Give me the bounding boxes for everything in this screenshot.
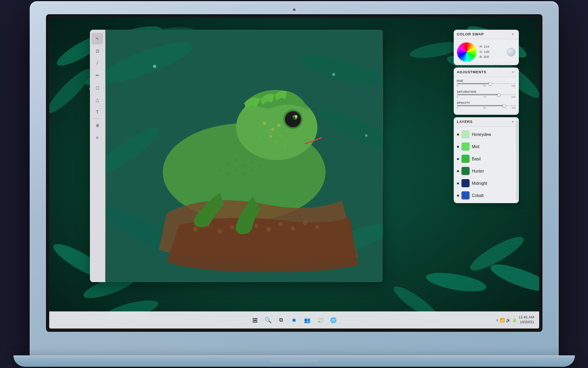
b-value: 200 — [483, 55, 489, 59]
svg-point-39 — [286, 129, 288, 132]
hue-max: 100 — [511, 85, 515, 87]
layers-header: LAYERS × — [454, 117, 519, 127]
layer-dot-midnight — [457, 182, 459, 184]
layers-scrollbar[interactable] — [516, 120, 518, 200]
adjustments-panel: ADJUSTMENTS × HUE — [454, 68, 519, 115]
svg-point-68 — [153, 65, 156, 68]
layer-dot-honeydew — [457, 134, 459, 136]
canvas-app-window[interactable]: ↖ ⊡ / ✏ ◻ △ T ⊕ ≡ — [90, 30, 383, 282]
layer-item-honeydew[interactable]: Honeydew — [454, 128, 519, 140]
svg-point-59 — [217, 229, 222, 234]
adjustments-close[interactable]: × — [511, 70, 516, 74]
layer-name-basil: Basil — [472, 157, 481, 161]
tool-eraser[interactable]: ◻ — [92, 82, 103, 93]
webcam-dot — [293, 9, 295, 11]
svg-point-51 — [218, 169, 221, 172]
opacity-max: 100 — [511, 107, 515, 109]
g-label: G: — [480, 50, 483, 54]
color-swap-title: COLOR SWAP — [457, 32, 484, 36]
layer-name-mint: Mint — [472, 145, 480, 149]
hue-slider[interactable] — [457, 83, 516, 84]
layer-name-midnight: Midnight — [472, 181, 487, 186]
layer-item-basil[interactable]: Basil — [454, 153, 519, 165]
start-button[interactable]: ⊞ — [249, 314, 261, 326]
chameleon-illustration — [105, 30, 383, 282]
tool-brush[interactable]: ✏ — [92, 70, 103, 81]
saturation-max: 100 — [511, 96, 515, 98]
systray-up-icon[interactable]: ∧ — [496, 318, 498, 322]
laptop-base — [13, 355, 575, 367]
saturation-label: SATURATION — [457, 90, 516, 93]
laptop-screen-shell: ↖ ⊡ / ✏ ◻ △ T ⊕ ≡ — [30, 1, 559, 355]
task-view-button[interactable]: ⧉ — [275, 314, 287, 326]
color-swap-close[interactable]: × — [511, 32, 516, 37]
svg-point-37 — [273, 126, 276, 129]
battery-icon: 🔋 — [512, 318, 517, 322]
tool-sidebar: ↖ ⊡ / ✏ ◻ △ T ⊕ ≡ — [90, 30, 105, 282]
canvas-image-area — [105, 30, 383, 282]
opacity-value: 81 — [483, 107, 486, 109]
opacity-thumb[interactable] — [503, 104, 506, 107]
layer-item-mint[interactable]: Mint — [454, 140, 519, 153]
teams-button[interactable]: 👥 — [302, 314, 313, 326]
tool-divider — [92, 118, 102, 119]
svg-point-69 — [332, 73, 335, 76]
g-value: 199 — [484, 50, 489, 54]
saturation-values: 0 72 100 — [457, 96, 516, 98]
r-label: R: — [480, 45, 483, 48]
layer-item-midnight[interactable]: Midnight — [454, 177, 519, 189]
taskbar: ⊞ 🔍 ⧉ ■ 👥 📰 🌐 ∧ 📶 🔊 🔋 — [49, 311, 539, 329]
color-preview-sphere — [507, 48, 516, 57]
saturation-slider[interactable] — [457, 94, 516, 95]
svg-point-56 — [259, 164, 262, 168]
layer-name-hunter: Hunter — [472, 169, 484, 173]
saturation-value: 72 — [483, 96, 486, 98]
hue-min: 0 — [457, 85, 458, 87]
color-swap-panel: COLOR SWAP × R: 124 G: — [454, 30, 519, 65]
systray-clock[interactable]: 11:41 AM 10/20/21 — [518, 315, 534, 324]
svg-point-55 — [250, 169, 254, 172]
tool-crop[interactable]: ⊡ — [92, 45, 103, 57]
hue-track — [457, 83, 490, 84]
edge-button[interactable]: 🌐 — [328, 314, 339, 326]
layers-title: LAYERS — [457, 120, 473, 124]
opacity-track — [457, 105, 505, 106]
search-button[interactable]: 🔍 — [262, 314, 274, 326]
tool-shape[interactable]: △ — [92, 94, 103, 105]
saturation-slider-row: SATURATION 0 72 100 — [457, 90, 516, 98]
layer-dot-basil — [457, 158, 459, 160]
r-value-row: R: 124 — [480, 44, 503, 50]
tool-text[interactable]: T — [92, 106, 103, 118]
tool-zoom[interactable]: ⊕ — [92, 120, 103, 131]
layer-item-hunter[interactable]: Hunter — [454, 165, 519, 177]
wifi-icon: 📶 — [500, 318, 505, 322]
r-value: 124 — [484, 45, 489, 48]
microsoft-store-button[interactable]: ■ — [289, 314, 300, 326]
color-wheel[interactable] — [457, 42, 477, 62]
layer-item-cobalt[interactable]: Cobalt — [454, 189, 519, 202]
opacity-slider-row: OPACITY 0 81 100 — [457, 101, 516, 109]
svg-point-46 — [269, 135, 272, 138]
color-swap-body: R: 124 G: 199 B: 200 — [454, 39, 519, 65]
g-value-row: G: 199 — [480, 50, 503, 55]
laptop-notch — [270, 359, 319, 362]
hue-thumb[interactable] — [489, 82, 492, 85]
panels-container: COLOR SWAP × R: 124 G: — [454, 30, 519, 203]
speaker-icon[interactable]: 🔊 — [506, 318, 511, 322]
opacity-label: OPACITY — [457, 101, 516, 104]
opacity-slider[interactable] — [457, 105, 516, 106]
saturation-thumb[interactable] — [497, 93, 501, 96]
saturation-min: 0 — [457, 96, 458, 98]
hue-slider-row: HUE 0 57 100 — [457, 79, 516, 87]
tool-select[interactable]: ↖ — [92, 33, 103, 44]
b-label: B: — [480, 55, 483, 59]
hue-values: 0 57 100 — [457, 85, 516, 87]
tool-layers[interactable]: ≡ — [92, 132, 103, 143]
hue-value: 57 — [483, 85, 486, 87]
laptop-wrapper: ↖ ⊡ / ✏ ◻ △ T ⊕ ≡ — [13, 1, 575, 367]
taskbar-center: ⊞ 🔍 ⧉ ■ 👥 📰 🌐 — [249, 314, 339, 326]
news-button[interactable]: 📰 — [315, 314, 326, 326]
layers-close[interactable]: × — [511, 119, 516, 124]
tool-line[interactable]: / — [92, 57, 103, 69]
layer-color-honeydew — [461, 130, 470, 138]
